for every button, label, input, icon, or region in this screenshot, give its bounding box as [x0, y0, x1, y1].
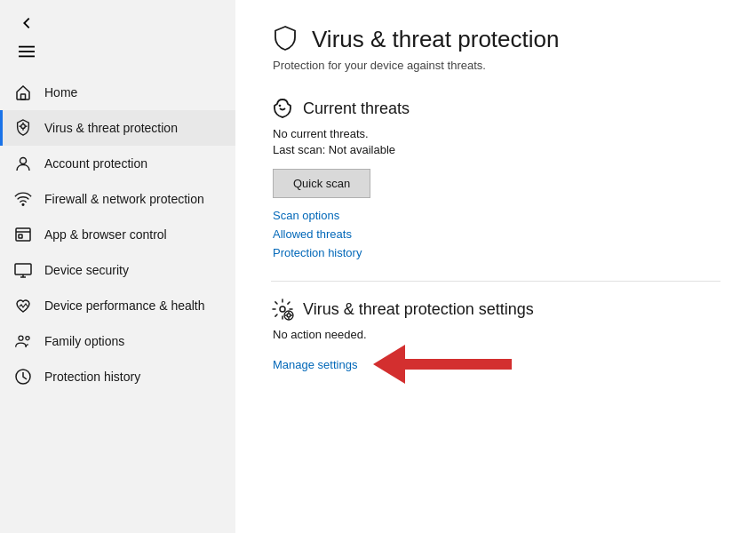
- sidebar-item-app-label: App & browser control: [44, 227, 167, 242]
- sidebar-item-virus-label: Virus & threat protection: [44, 121, 178, 135]
- page-title: Virus & threat protection: [312, 26, 559, 53]
- section-divider: [271, 281, 720, 282]
- current-threats-section: Current threats No current threats. Last…: [271, 97, 720, 259]
- no-threats-text: No current threats.: [273, 127, 720, 140]
- window-icon: [14, 226, 32, 243]
- people-icon: [14, 332, 32, 350]
- sidebar-top-actions: [0, 7, 235, 71]
- allowed-threats-link[interactable]: Allowed threats: [273, 227, 720, 241]
- computer-icon: [14, 261, 32, 279]
- virus-shield-icon: [14, 119, 32, 137]
- current-threats-header: Current threats: [271, 97, 720, 120]
- sidebar-item-home[interactable]: Home: [0, 75, 235, 110]
- settings-header: Virus & threat protection settings: [271, 298, 720, 321]
- svg-point-9: [20, 158, 27, 164]
- home-icon: [14, 84, 32, 101]
- manage-settings-link[interactable]: Manage settings: [273, 358, 357, 371]
- heart-icon: [14, 297, 32, 314]
- sidebar-item-account-label: Account protection: [44, 156, 147, 171]
- protection-settings-section: Virus & threat protection settings No ac…: [271, 298, 720, 384]
- menu-button[interactable]: [14, 39, 39, 64]
- sidebar-item-family-label: Family options: [44, 334, 124, 348]
- protection-history-link[interactable]: Protection history: [273, 246, 720, 259]
- sidebar-item-performance-label: Device performance & health: [44, 298, 205, 313]
- svg-rect-2: [19, 56, 35, 58]
- page-shield-icon: [271, 25, 299, 53]
- settings-body: No action needed. Manage settings: [273, 328, 720, 384]
- current-threats-title: Current threats: [303, 99, 410, 118]
- sidebar-item-device-performance[interactable]: Device performance & health: [0, 288, 235, 323]
- svg-point-18: [26, 337, 29, 340]
- clock-icon: [14, 368, 32, 386]
- wifi-icon: [14, 190, 32, 208]
- svg-rect-13: [19, 235, 22, 238]
- svg-rect-1: [19, 51, 35, 52]
- sidebar: Home Virus & threat protection: [0, 0, 235, 533]
- scan-options-link[interactable]: Scan options: [273, 209, 720, 222]
- svg-rect-0: [19, 46, 35, 48]
- sidebar-nav: Home Virus & threat protection: [0, 75, 235, 394]
- sidebar-item-firewall-label: Firewall & network protection: [44, 192, 204, 206]
- svg-rect-3: [21, 94, 26, 99]
- sidebar-item-account-protection[interactable]: Account protection: [0, 146, 235, 181]
- sidebar-item-firewall[interactable]: Firewall & network protection: [0, 181, 235, 217]
- quick-scan-button[interactable]: Quick scan: [273, 169, 370, 198]
- account-icon: [14, 155, 32, 172]
- svg-rect-14: [15, 264, 31, 274]
- svg-point-17: [19, 336, 23, 340]
- page-subtitle: Protection for your device against threa…: [273, 59, 720, 72]
- arrow-body: [405, 359, 512, 370]
- sidebar-item-home-label: Home: [44, 85, 77, 99]
- page-header: Virus & threat protection: [271, 25, 720, 53]
- arrow-head: [373, 345, 405, 384]
- back-button[interactable]: [14, 11, 39, 36]
- settings-title: Virus & threat protection settings: [303, 300, 534, 319]
- sidebar-item-protection-history[interactable]: Protection history: [0, 359, 235, 394]
- no-action-text: No action needed.: [273, 328, 720, 341]
- sidebar-item-app-browser[interactable]: App & browser control: [0, 217, 235, 252]
- sidebar-item-history-label: Protection history: [44, 370, 140, 384]
- sidebar-item-device-security[interactable]: Device security: [0, 252, 235, 288]
- current-threats-body: No current threats. Last scan: Not avail…: [273, 127, 720, 259]
- main-content: Virus & threat protection Protection for…: [235, 0, 756, 533]
- svg-point-20: [280, 306, 285, 312]
- svg-point-10: [22, 203, 24, 205]
- sidebar-item-family[interactable]: Family options: [0, 323, 235, 359]
- red-arrow-indicator: [373, 345, 512, 384]
- sidebar-item-virus-threat[interactable]: Virus & threat protection: [0, 110, 235, 146]
- svg-point-4: [21, 124, 26, 129]
- last-scan-text: Last scan: Not available: [273, 143, 720, 156]
- current-threats-icon: [271, 97, 294, 120]
- settings-icon: [271, 298, 294, 321]
- scan-links: Scan options Allowed threats Protection …: [273, 209, 720, 259]
- manage-settings-row: Manage settings: [273, 345, 720, 384]
- sidebar-item-device-security-label: Device security: [44, 263, 129, 277]
